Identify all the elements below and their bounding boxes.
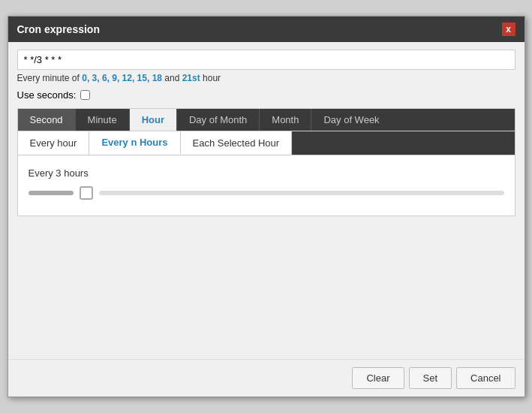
tab-hour[interactable]: Hour	[130, 109, 177, 131]
highlight-hours-3: 21st	[182, 73, 200, 83]
tab-each-selected-hour[interactable]: Each Selected Hour	[181, 131, 293, 155]
secondary-tabs-container: Every hour Every n Hours Each Selected H…	[17, 131, 515, 216]
use-seconds-row: Use seconds:	[17, 89, 515, 101]
secondary-tabs: Every hour Every n Hours Each Selected H…	[18, 131, 515, 155]
expression-input[interactable]	[17, 50, 515, 70]
highlight-hours-2: 12, 15, 18	[122, 73, 162, 83]
spacer	[8, 224, 524, 359]
expression-description: Every minute of 0, 3, 6, 9, 12, 15, 18 a…	[17, 73, 515, 83]
tab-day-of-month[interactable]: Day of Month	[177, 109, 260, 131]
highlight-hours-1: 0, 3, 6, 9,	[82, 73, 119, 83]
tabs-secondary-spacer	[292, 131, 514, 155]
slider-left-track	[29, 191, 74, 195]
tab-content-every-n-hours: Every 3 hours	[18, 155, 515, 216]
use-seconds-checkbox[interactable]	[80, 90, 90, 100]
cron-dialog: Cron expression x Every minute of 0, 3, …	[8, 16, 525, 397]
every-n-label: Every 3 hours	[29, 167, 504, 179]
dialog-header: Cron expression x	[8, 17, 524, 42]
primary-tabs: Second Minute Hour Day of Month Month Da…	[17, 108, 515, 131]
dialog-body: Every minute of 0, 3, 6, 9, 12, 15, 18 a…	[8, 42, 524, 224]
dialog-footer: Clear Set Cancel	[8, 359, 524, 396]
tab-every-hour[interactable]: Every hour	[18, 131, 90, 155]
use-seconds-label: Use seconds:	[17, 89, 77, 101]
dialog-title: Cron expression	[17, 23, 100, 35]
tab-minute[interactable]: Minute	[76, 109, 130, 131]
tab-month[interactable]: Month	[260, 109, 311, 131]
slider-row	[29, 186, 504, 200]
tab-every-n-hours[interactable]: Every n Hours	[89, 131, 180, 155]
set-button[interactable]: Set	[409, 367, 452, 389]
slider-thumb[interactable]	[80, 186, 93, 200]
clear-button[interactable]: Clear	[352, 367, 404, 389]
cancel-button[interactable]: Cancel	[456, 367, 515, 389]
close-button[interactable]: x	[502, 23, 515, 36]
tab-day-of-week[interactable]: Day of Week	[311, 109, 391, 131]
slider-right-track[interactable]	[99, 191, 504, 195]
tab-second[interactable]: Second	[18, 109, 76, 131]
